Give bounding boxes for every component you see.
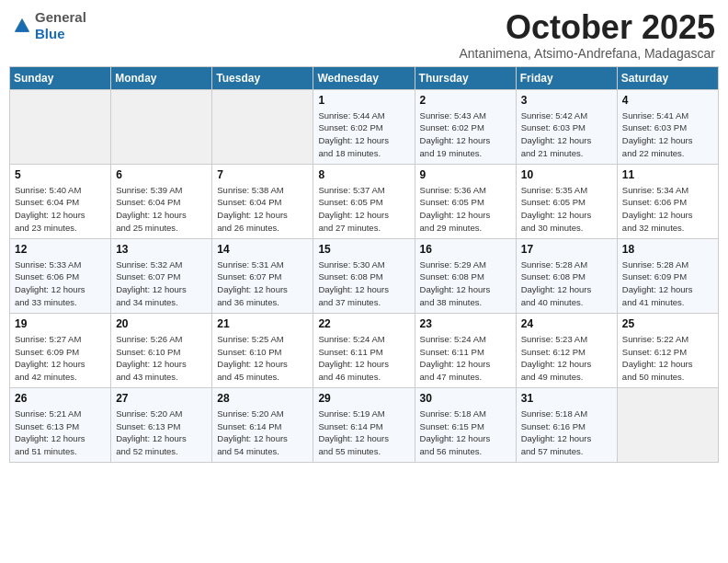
day-info: Sunrise: 5:25 AMSunset: 6:10 PMDaylight:… [217, 333, 308, 384]
day-info: Sunrise: 5:24 AMSunset: 6:11 PMDaylight:… [420, 333, 511, 384]
weekday-header-wednesday: Wednesday [313, 66, 415, 89]
day-info: Sunrise: 5:22 AMSunset: 6:12 PMDaylight:… [622, 333, 713, 384]
day-number: 8 [318, 168, 409, 181]
day-info: Sunrise: 5:36 AMSunset: 6:05 PMDaylight:… [420, 184, 511, 235]
day-number: 10 [521, 168, 612, 181]
day-info: Sunrise: 5:37 AMSunset: 6:05 PMDaylight:… [318, 184, 409, 235]
logo: General Blue [13, 9, 86, 42]
calendar-cell [10, 89, 111, 164]
day-info: Sunrise: 5:19 AMSunset: 6:14 PMDaylight:… [318, 408, 409, 458]
day-info: Sunrise: 5:35 AMSunset: 6:05 PMDaylight:… [521, 184, 612, 235]
day-number: 31 [521, 392, 612, 405]
day-info: Sunrise: 5:33 AMSunset: 6:06 PMDaylight:… [15, 259, 106, 309]
day-info: Sunrise: 5:18 AMSunset: 6:15 PMDaylight:… [420, 408, 511, 458]
calendar-cell: 3Sunrise: 5:42 AMSunset: 6:03 PMDaylight… [516, 89, 617, 164]
day-info: Sunrise: 5:42 AMSunset: 6:03 PMDaylight:… [521, 109, 612, 160]
calendar-week-row: 12Sunrise: 5:33 AMSunset: 6:06 PMDayligh… [10, 238, 719, 313]
day-number: 13 [116, 243, 207, 256]
day-number: 14 [217, 243, 308, 256]
calendar-cell: 4Sunrise: 5:41 AMSunset: 6:03 PMDaylight… [617, 89, 718, 164]
day-number: 1 [318, 94, 409, 107]
day-number: 29 [318, 392, 409, 405]
weekday-header-row: SundayMondayTuesdayWednesdayThursdayFrid… [10, 66, 719, 89]
day-info: Sunrise: 5:30 AMSunset: 6:08 PMDaylight:… [318, 259, 409, 309]
day-info: Sunrise: 5:21 AMSunset: 6:13 PMDaylight:… [15, 408, 106, 458]
day-info: Sunrise: 5:39 AMSunset: 6:04 PMDaylight:… [116, 184, 207, 235]
day-number: 20 [116, 317, 207, 330]
day-number: 25 [622, 317, 713, 330]
day-number: 17 [521, 243, 612, 256]
weekday-header-thursday: Thursday [415, 66, 516, 89]
weekday-header-tuesday: Tuesday [212, 66, 313, 89]
day-number: 7 [217, 168, 308, 181]
day-number: 28 [217, 392, 308, 405]
day-number: 16 [420, 243, 511, 256]
day-info: Sunrise: 5:18 AMSunset: 6:16 PMDaylight:… [521, 408, 612, 458]
calendar-cell: 21Sunrise: 5:25 AMSunset: 6:10 PMDayligh… [212, 313, 313, 387]
calendar-table: SundayMondayTuesdayWednesdayThursdayFrid… [9, 66, 719, 463]
day-number: 30 [420, 392, 511, 405]
calendar-cell: 6Sunrise: 5:39 AMSunset: 6:04 PMDaylight… [111, 164, 212, 238]
day-info: Sunrise: 5:26 AMSunset: 6:10 PMDaylight:… [116, 333, 207, 384]
day-number: 19 [15, 317, 106, 330]
day-number: 9 [420, 168, 511, 181]
day-number: 3 [521, 94, 612, 107]
day-info: Sunrise: 5:31 AMSunset: 6:07 PMDaylight:… [217, 259, 308, 309]
day-info: Sunrise: 5:40 AMSunset: 6:04 PMDaylight:… [15, 184, 106, 235]
day-number: 4 [622, 94, 713, 107]
logo-general: General Blue [35, 9, 86, 42]
calendar-cell: 31Sunrise: 5:18 AMSunset: 6:16 PMDayligh… [516, 387, 617, 462]
calendar-cell: 27Sunrise: 5:20 AMSunset: 6:13 PMDayligh… [111, 387, 212, 462]
weekday-header-friday: Friday [516, 66, 617, 89]
calendar-cell [111, 89, 212, 164]
day-number: 23 [420, 317, 511, 330]
day-info: Sunrise: 5:23 AMSunset: 6:12 PMDaylight:… [521, 333, 612, 384]
calendar-cell: 5Sunrise: 5:40 AMSunset: 6:04 PMDaylight… [10, 164, 111, 238]
day-number: 2 [420, 94, 511, 107]
day-number: 5 [15, 168, 106, 181]
page-header: General Blue October 2025 Antanimena, At… [9, 9, 719, 61]
calendar-cell: 8Sunrise: 5:37 AMSunset: 6:05 PMDaylight… [313, 164, 415, 238]
calendar-cell: 23Sunrise: 5:24 AMSunset: 6:11 PMDayligh… [415, 313, 516, 387]
weekday-header-sunday: Sunday [10, 66, 111, 89]
calendar-cell: 13Sunrise: 5:32 AMSunset: 6:07 PMDayligh… [111, 238, 212, 313]
calendar-cell [212, 89, 313, 164]
calendar-cell: 9Sunrise: 5:36 AMSunset: 6:05 PMDaylight… [415, 164, 516, 238]
day-number: 24 [521, 317, 612, 330]
day-info: Sunrise: 5:20 AMSunset: 6:13 PMDaylight:… [116, 408, 207, 458]
day-info: Sunrise: 5:28 AMSunset: 6:09 PMDaylight:… [622, 259, 713, 309]
calendar-cell: 1Sunrise: 5:44 AMSunset: 6:02 PMDaylight… [313, 89, 415, 164]
calendar-cell: 18Sunrise: 5:28 AMSunset: 6:09 PMDayligh… [617, 238, 718, 313]
calendar-cell: 17Sunrise: 5:28 AMSunset: 6:08 PMDayligh… [516, 238, 617, 313]
day-info: Sunrise: 5:28 AMSunset: 6:08 PMDaylight:… [521, 259, 612, 309]
calendar-cell: 30Sunrise: 5:18 AMSunset: 6:15 PMDayligh… [415, 387, 516, 462]
day-info: Sunrise: 5:24 AMSunset: 6:11 PMDaylight:… [318, 333, 409, 384]
weekday-header-monday: Monday [111, 66, 212, 89]
day-number: 12 [15, 243, 106, 256]
day-info: Sunrise: 5:27 AMSunset: 6:09 PMDaylight:… [15, 333, 106, 384]
calendar-cell: 10Sunrise: 5:35 AMSunset: 6:05 PMDayligh… [516, 164, 617, 238]
day-info: Sunrise: 5:34 AMSunset: 6:06 PMDaylight:… [622, 184, 713, 235]
day-number: 27 [116, 392, 207, 405]
calendar-cell: 15Sunrise: 5:30 AMSunset: 6:08 PMDayligh… [313, 238, 415, 313]
calendar-cell: 22Sunrise: 5:24 AMSunset: 6:11 PMDayligh… [313, 313, 415, 387]
day-info: Sunrise: 5:41 AMSunset: 6:03 PMDaylight:… [622, 109, 713, 160]
calendar-week-row: 5Sunrise: 5:40 AMSunset: 6:04 PMDaylight… [10, 164, 719, 238]
calendar-week-row: 1Sunrise: 5:44 AMSunset: 6:02 PMDaylight… [10, 89, 719, 164]
calendar-cell: 16Sunrise: 5:29 AMSunset: 6:08 PMDayligh… [415, 238, 516, 313]
day-info: Sunrise: 5:20 AMSunset: 6:14 PMDaylight:… [217, 408, 308, 458]
calendar-cell: 29Sunrise: 5:19 AMSunset: 6:14 PMDayligh… [313, 387, 415, 462]
calendar-cell: 25Sunrise: 5:22 AMSunset: 6:12 PMDayligh… [617, 313, 718, 387]
day-info: Sunrise: 5:44 AMSunset: 6:02 PMDaylight:… [318, 109, 409, 160]
calendar-cell [617, 387, 718, 462]
title-block: October 2025 Antanimena, Atsimo-Andrefan… [459, 9, 715, 61]
calendar-cell: 20Sunrise: 5:26 AMSunset: 6:10 PMDayligh… [111, 313, 212, 387]
day-number: 22 [318, 317, 409, 330]
calendar-cell: 28Sunrise: 5:20 AMSunset: 6:14 PMDayligh… [212, 387, 313, 462]
day-info: Sunrise: 5:32 AMSunset: 6:07 PMDaylight:… [116, 259, 207, 309]
weekday-header-saturday: Saturday [617, 66, 718, 89]
calendar-cell: 24Sunrise: 5:23 AMSunset: 6:12 PMDayligh… [516, 313, 617, 387]
day-number: 26 [15, 392, 106, 405]
day-number: 15 [318, 243, 409, 256]
day-number: 6 [116, 168, 207, 181]
